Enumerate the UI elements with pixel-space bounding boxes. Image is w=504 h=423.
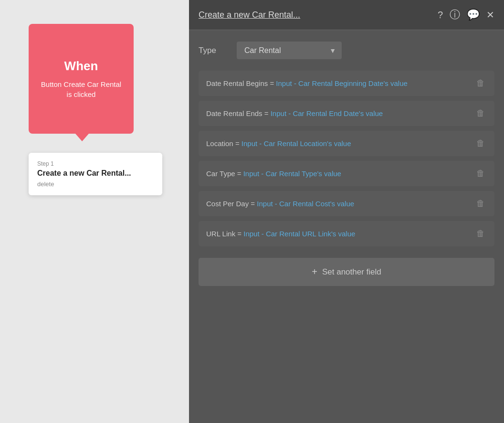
field-eq: = [268, 79, 276, 87]
field-value: Input - Car Rental Location's value [242, 139, 351, 148]
delete-field-button[interactable]: 🗑 [474, 107, 487, 119]
add-field-button[interactable]: + Set another field [199, 258, 494, 286]
field-value: Input - Car Rental End Date's value [271, 109, 383, 117]
delete-field-button[interactable]: 🗑 [474, 228, 487, 240]
modal: Create a new Car Rental... ? ⓘ 💬 ✕ Type … [189, 0, 504, 423]
field-name: Location [206, 139, 233, 148]
comment-icon[interactable]: 💬 [467, 9, 480, 21]
info-icon[interactable]: ⓘ [450, 8, 460, 22]
delete-field-button[interactable]: 🗑 [474, 198, 487, 210]
type-select[interactable]: Car Rental [237, 42, 342, 59]
modal-header: Create a new Car Rental... ? ⓘ 💬 ✕ [189, 0, 504, 30]
delete-field-button[interactable]: 🗑 [474, 137, 487, 149]
type-label: Type [199, 46, 237, 55]
modal-body: Type Car Rental ▼ Date Rental Begins = I… [189, 30, 504, 423]
field-text: URL Link = Input - Car Rental URL Link's… [206, 229, 469, 239]
field-text: Date Rental Ends = Input - Car Rental En… [206, 108, 469, 118]
table-row: URL Link = Input - Car Rental URL Link's… [199, 221, 494, 246]
close-icon[interactable]: ✕ [486, 9, 494, 21]
field-rows-container: Date Rental Begins = Input - Car Rental … [199, 71, 494, 251]
modal-header-icons: ? ⓘ 💬 ✕ [438, 8, 494, 22]
field-eq: = [235, 169, 243, 178]
field-name: Date Rental Ends [206, 109, 262, 117]
field-eq: = [233, 139, 242, 148]
type-select-wrapper: Car Rental ▼ [237, 42, 342, 59]
field-value: Input - Car Rental Cost's value [257, 200, 354, 208]
type-row: Type Car Rental ▼ [199, 42, 494, 59]
when-card: When Button Create Car Rental is clicked [29, 24, 134, 134]
when-description: Button Create Car Rental is clicked [38, 79, 124, 99]
modal-title: Create a new Car Rental... [199, 10, 438, 20]
table-row: Date Rental Ends = Input - Car Rental En… [199, 101, 494, 126]
field-eq: = [262, 109, 271, 117]
step-title: Create a new Car Rental... [37, 169, 154, 178]
table-row: Date Rental Begins = Input - Car Rental … [199, 71, 494, 96]
table-row: Cost Per Day = Input - Car Rental Cost's… [199, 191, 494, 216]
field-name: Car Type [206, 169, 235, 178]
help-icon[interactable]: ? [438, 10, 443, 21]
add-field-label: Set another field [322, 267, 381, 277]
field-text: Car Type = Input - Car Rental Type's val… [206, 169, 469, 179]
connector-arrow [75, 134, 89, 141]
field-name: URL Link [206, 230, 235, 238]
delete-field-button[interactable]: 🗑 [474, 168, 487, 180]
field-name: Cost Per Day [206, 200, 249, 208]
field-text: Cost Per Day = Input - Car Rental Cost's… [206, 199, 469, 209]
table-row: Location = Input - Car Rental Location's… [199, 131, 494, 156]
field-eq: = [235, 230, 243, 238]
when-title: When [64, 59, 98, 74]
field-text: Location = Input - Car Rental Location's… [206, 138, 469, 148]
plus-icon: + [312, 266, 317, 277]
field-value: Input - Car Rental Type's value [243, 169, 341, 178]
delete-field-button[interactable]: 🗑 [474, 77, 487, 89]
field-text: Date Rental Begins = Input - Car Rental … [206, 78, 469, 88]
step-label: Step 1 [37, 160, 154, 167]
field-eq: = [249, 200, 257, 208]
step-delete[interactable]: delete [37, 180, 154, 188]
field-name: Date Rental Begins [206, 79, 268, 87]
field-value: Input - Car Rental URL Link's value [243, 230, 355, 238]
table-row: Car Type = Input - Car Rental Type's val… [199, 161, 494, 186]
field-value: Input - Car Rental Beginning Date's valu… [276, 79, 408, 87]
step-card: Step 1 Create a new Car Rental... delete [29, 153, 162, 195]
